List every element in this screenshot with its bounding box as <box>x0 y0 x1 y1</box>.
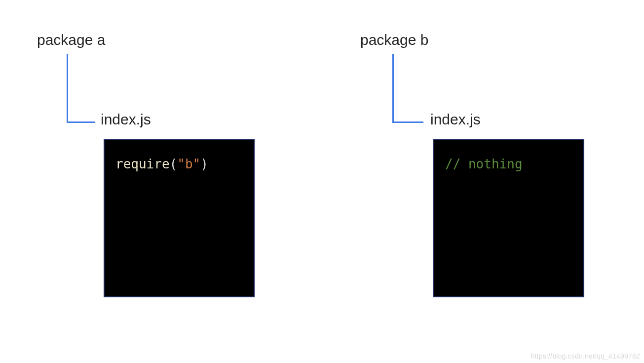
code-token-string: "b" <box>177 157 200 171</box>
code-line-b: // nothing <box>445 157 523 171</box>
watermark-text: https://blog.csdn.net/qq_41499782 <box>531 352 640 360</box>
connector-elbow-a <box>67 54 95 123</box>
code-token-comment: // nothing <box>445 157 523 171</box>
code-token-lparen: ( <box>170 157 178 171</box>
file-label-a: index.js <box>101 111 151 128</box>
connector-elbow-b <box>392 54 423 123</box>
diagram-container: package a index.js require("b") package … <box>0 0 644 363</box>
package-b-title: package b <box>360 32 428 48</box>
code-line-a: require("b") <box>115 157 208 171</box>
code-token-rparen: ) <box>200 157 208 171</box>
code-box-a: require("b") <box>104 139 255 297</box>
file-label-b: index.js <box>430 111 481 128</box>
package-a-title: package a <box>37 32 105 48</box>
code-token-require: require <box>115 157 170 171</box>
code-box-b: // nothing <box>433 139 584 297</box>
package-a-block: package a <box>37 32 105 48</box>
package-b-block: package b <box>360 32 428 48</box>
